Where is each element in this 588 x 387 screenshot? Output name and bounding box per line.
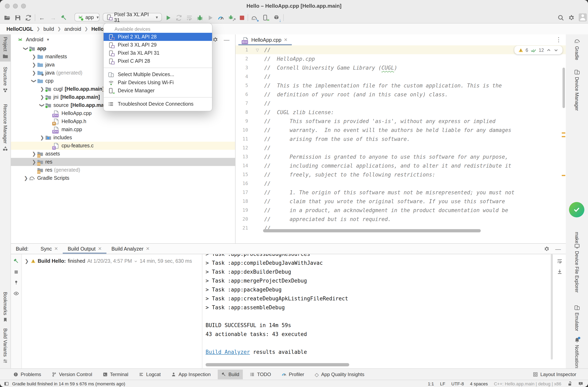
stop-button[interactable] — [239, 14, 245, 22]
chevron-collapsed-icon[interactable]: ❯ — [25, 258, 29, 264]
indent-setting[interactable]: 4 spaces — [470, 381, 488, 386]
editor-horizontal-scrollbar[interactable] — [263, 229, 481, 232]
sidebar-item-device-manager[interactable]: Device Manager — [566, 69, 588, 111]
toolbar-item-layout-inspector[interactable]: Layout Inspector — [529, 370, 580, 379]
chevron-collapsed-icon[interactable]: ❯ — [23, 175, 29, 181]
chevron-collapsed-icon[interactable]: ❯ — [39, 86, 45, 92]
apply-changes-button[interactable] — [176, 14, 182, 22]
tree-item-cpu-features[interactable]: C cpu-features.c — [11, 142, 235, 150]
file-encoding[interactable]: UTF-8 — [451, 381, 464, 386]
breadcrumb-item[interactable]: android — [64, 26, 81, 32]
tree-item-helloapp-h[interactable]: H HelloApp.h — [11, 117, 235, 126]
breadcrumb-item[interactable]: HelloCUGL — [6, 26, 33, 32]
build-analyzer-link[interactable]: Build Analyzer — [206, 349, 250, 355]
scroll-to-end-icon[interactable] — [557, 269, 563, 275]
line-ending[interactable]: LF — [440, 381, 445, 386]
warning-stripe-mark[interactable] — [562, 175, 565, 176]
settings-button[interactable] — [568, 14, 575, 22]
apply-code-changes-button[interactable] — [186, 14, 193, 22]
device-option-pixel-c[interactable]: Pixel C API 28 — [104, 57, 212, 65]
toolbar-item-build[interactable]: Build — [217, 370, 243, 379]
close-tab-icon[interactable]: ✕ — [146, 246, 149, 251]
console-horizontal-scrollbar[interactable] — [206, 363, 349, 366]
close-tab-icon[interactable]: ✕ — [98, 246, 102, 251]
toolbar-item-problems[interactable]: Problems — [10, 370, 45, 379]
tab-helloapp-cpp[interactable]: C++ HelloApp.cpp ✕ — [238, 34, 292, 45]
build-success-badge[interactable] — [569, 202, 584, 217]
fold-marker-icon[interactable]: ▽ — [251, 47, 264, 52]
sdk-manager-button[interactable]: ↓ — [273, 14, 280, 22]
console-vertical-scrollbar[interactable] — [551, 254, 553, 360]
sidebar-item-resource-manager[interactable]: Resource Manager — [0, 104, 11, 151]
toolbar-item-version-control[interactable]: Version Control — [48, 370, 96, 379]
sidebar-item-build-variants[interactable]: Build Variants — [0, 328, 11, 364]
close-tab-icon[interactable]: ✕ — [54, 246, 58, 251]
toolbar-item-app-quality-insights[interactable]: ◇ App Quality Insights — [311, 369, 368, 380]
status-message[interactable]: Gradle build finished in 14 m 59 s 676 m… — [12, 381, 125, 386]
tree-item-assets[interactable]: ❯ assets — [11, 150, 235, 158]
notification-balloon-icon[interactable] — [578, 381, 583, 386]
tool-window-toggle-icon[interactable] — [4, 381, 9, 386]
build-console[interactable]: > Task :app:processDebugResources > Task… — [202, 254, 566, 369]
back-button[interactable]: ← — [39, 14, 45, 22]
tree-item-includes[interactable]: ❯ includes — [11, 134, 235, 142]
sidebar-item-make[interactable]: make — [566, 232, 588, 243]
profiler-button[interactable] — [218, 14, 224, 22]
tab-build-output[interactable]: Build Output✕ — [63, 244, 107, 254]
device-manager-button[interactable] — [262, 14, 269, 22]
sidebar-item-emulator[interactable]: Emulator — [566, 305, 588, 331]
build-result-row[interactable]: ❯ Build Hello: finished At 1/20/23, 4:57… — [25, 257, 202, 266]
open-file-button[interactable] — [4, 14, 11, 22]
editor-options-kebab-icon[interactable]: ⋮ — [556, 36, 562, 43]
toolbar-item-profiler[interactable]: Profiler — [278, 370, 308, 379]
tab-build-analyzer[interactable]: Build Analyzer✕ — [107, 244, 155, 254]
chevron-down-icon[interactable] — [554, 47, 558, 52]
menu-item-pair-devices-wifi[interactable]: Pair Devices Using Wi-Fi — [104, 79, 212, 87]
sidebar-item-device-file-explorer[interactable]: Device File Explorer — [566, 243, 588, 293]
warning-stripe-mark[interactable] — [562, 136, 565, 137]
toolbar-item-app-inspection[interactable]: App Inspection — [168, 370, 214, 379]
avatar[interactable] — [579, 13, 587, 22]
menu-item-troubleshoot-device-connections[interactable]: Troubleshoot Device Connections — [104, 100, 212, 108]
editor-vertical-scrollbar[interactable] — [563, 68, 565, 108]
tab-sync[interactable]: Sync✕ — [36, 244, 63, 254]
close-tab-icon[interactable]: ✕ — [284, 37, 288, 43]
chevron-collapsed-icon[interactable]: ❯ — [31, 54, 37, 60]
sidebar-item-bookmarks[interactable]: Bookmarks — [0, 292, 11, 322]
chevron-collapsed-icon[interactable]: ❯ — [31, 70, 37, 76]
device-option-pixel-2-xl[interactable]: Pixel 2 XL API 28 — [104, 33, 212, 41]
chevron-up-icon[interactable] — [546, 47, 551, 52]
chevron-collapsed-icon[interactable]: ❯ — [31, 159, 37, 165]
hide-panel-button[interactable]: — — [224, 36, 230, 43]
run-configuration-selector[interactable]: app ▼ — [74, 13, 100, 22]
search-everywhere-button[interactable] — [558, 14, 564, 22]
run-button[interactable] — [165, 14, 172, 22]
toolbar-item-todo[interactable]: TODO — [246, 370, 274, 379]
pin-icon[interactable] — [14, 280, 19, 285]
chevron-collapsed-icon[interactable]: ❯ — [31, 62, 37, 68]
gear-icon[interactable] — [212, 37, 218, 43]
tree-item-res[interactable]: ❯ res — [11, 158, 235, 166]
sidebar-item-project[interactable]: Project — [0, 34, 11, 62]
forward-button[interactable]: → — [50, 14, 56, 22]
tree-item-res-generated[interactable]: res (generated) — [11, 166, 235, 174]
build-hammer-button[interactable] — [61, 14, 67, 22]
chevron-expanded-icon[interactable]: ❯ — [39, 102, 45, 108]
chevron-collapsed-icon[interactable]: ❯ — [39, 135, 45, 140]
tree-item-main-cpp[interactable]: C++ main.cpp — [11, 126, 235, 134]
save-all-button[interactable] — [15, 14, 21, 22]
attach-debugger-button[interactable]: ↗ — [228, 14, 235, 22]
project-view-selector[interactable]: Android — [26, 37, 43, 43]
menu-item-device-manager[interactable]: Device Manager — [104, 87, 212, 95]
gear-icon[interactable] — [544, 246, 549, 252]
device-selector[interactable]: Pixel 3a XL API 31 ▼ — [103, 13, 162, 22]
sidebar-item-structure[interactable]: Structure — [0, 67, 11, 92]
chevron-collapsed-icon[interactable]: ❯ — [31, 151, 37, 157]
editor-content[interactable]: 1▽// 2// HelloApp.cpp 3// Cornell Univer… — [235, 45, 566, 243]
chevron-expanded-icon[interactable]: ❯ — [31, 78, 37, 84]
sidebar-item-gradle[interactable]: Gradle — [566, 38, 588, 60]
device-option-pixel-3-xl[interactable]: Pixel 3 XL API 29 — [104, 41, 212, 49]
preview-eye-icon[interactable] — [13, 291, 19, 296]
soft-wrap-icon[interactable] — [557, 258, 563, 264]
gradle-sync-button[interactable]: ↘ — [251, 14, 258, 22]
